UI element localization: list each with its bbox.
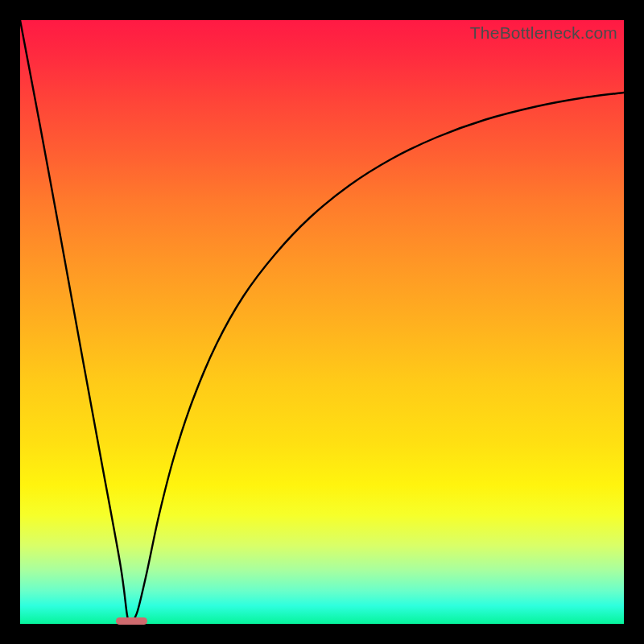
plot-area: TheBottleneck.com	[20, 20, 624, 624]
bottleneck-curve	[20, 20, 624, 624]
chart-frame: TheBottleneck.com	[0, 0, 644, 644]
minimum-marker	[116, 617, 147, 625]
watermark-text: TheBottleneck.com	[470, 23, 617, 43]
